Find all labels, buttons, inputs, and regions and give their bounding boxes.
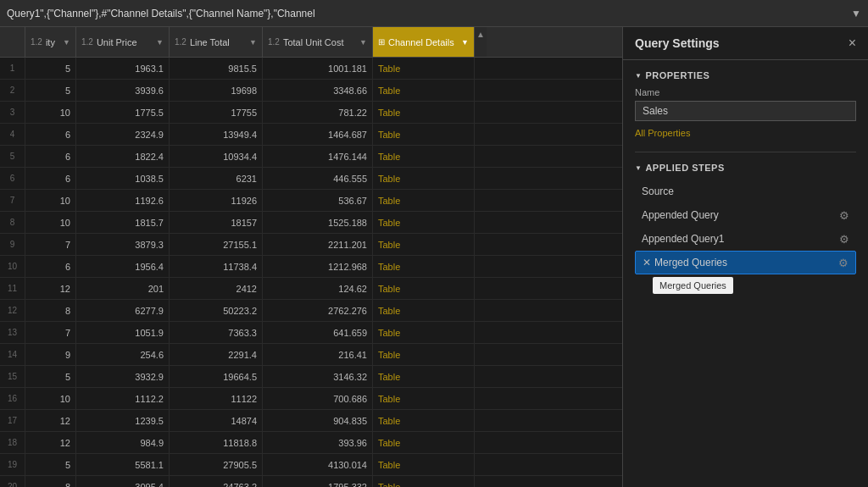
step-item-appended-query1[interactable]: Appended Query1⚙ xyxy=(635,227,856,251)
table-cell: 7 xyxy=(25,234,76,255)
table-cell[interactable]: Table xyxy=(373,58,475,79)
table-cell[interactable]: Table xyxy=(373,168,475,189)
step-remove-icon[interactable]: ✕ xyxy=(643,257,651,268)
table-cell: 11122 xyxy=(170,388,263,409)
dropdown-arrow-up[interactable]: ▼ xyxy=(156,38,164,47)
table-cell[interactable]: Table xyxy=(373,102,475,123)
table-cell: 15 xyxy=(0,366,25,387)
table-cell: 2291.4 xyxy=(170,344,263,365)
table-cell[interactable]: Table xyxy=(373,212,475,233)
table-cell[interactable]: Table xyxy=(373,432,475,453)
table-cell[interactable]: Table xyxy=(373,300,475,321)
table-row: 2083095.424763.21795.332Table xyxy=(0,476,622,487)
table-cell[interactable]: Table xyxy=(373,476,475,487)
table-cell: 8 xyxy=(25,300,76,321)
col-header-tuc[interactable]: 1.2 Total Unit Cost ▼ xyxy=(263,27,373,57)
table-cell: 641.659 xyxy=(263,322,373,343)
table-row: 1371051.97363.3641.659Table xyxy=(0,322,622,344)
table-cell[interactable]: Table xyxy=(373,388,475,409)
table-cell: 2412 xyxy=(170,278,263,299)
dropdown-arrow-cd[interactable]: ▼ xyxy=(461,38,469,47)
table-cell: 781.22 xyxy=(263,102,373,123)
table-cell[interactable]: Table xyxy=(373,146,475,167)
table-cell: 2211.201 xyxy=(263,234,373,255)
step-item-appended-query[interactable]: Appended Query⚙ xyxy=(635,203,856,227)
table-row: 151963.19815.51001.181Table xyxy=(0,58,622,80)
table-cell: 5 xyxy=(0,146,25,167)
table-row: 7101192.611926536.67Table xyxy=(0,190,622,212)
properties-label: PROPERTIES xyxy=(645,70,709,80)
table-cell: 12 xyxy=(0,300,25,321)
table-row: 561822.410934.41476.144Table xyxy=(0,146,622,168)
table-cell: 9815.5 xyxy=(170,58,263,79)
table-cell: 8 xyxy=(25,476,76,487)
query-settings-title: Query Settings xyxy=(635,36,720,50)
step-item-merged-queries[interactable]: ✕Merged Queries⚙Merged Queries xyxy=(635,251,856,274)
step-gear-icon[interactable]: ⚙ xyxy=(839,233,849,246)
table-cell: 12 xyxy=(25,278,76,299)
step-item-source[interactable]: Source xyxy=(635,180,856,203)
table-cell: 6231 xyxy=(170,168,263,189)
table-row: 8101815.7181571525.188Table xyxy=(0,212,622,234)
table-cell: 1051.9 xyxy=(76,322,170,343)
table-cell: 700.686 xyxy=(263,388,373,409)
table-cell[interactable]: Table xyxy=(373,322,475,343)
table-cell: 7 xyxy=(0,190,25,211)
table-row: 1286277.950223.22762.276Table xyxy=(0,300,622,322)
table-cell: 1775.5 xyxy=(76,102,170,123)
step-name: Source xyxy=(642,185,849,197)
col-header-up[interactable]: 1.2 Unit Price ▼ xyxy=(76,27,170,57)
formula-bar: Query1",{"Channel"},#"Channel Details",{… xyxy=(0,0,868,27)
step-gear-icon[interactable]: ⚙ xyxy=(839,209,849,222)
table-cell: 984.9 xyxy=(76,432,170,453)
table-cell: 5 xyxy=(25,58,76,79)
table-cell: 24763.2 xyxy=(170,476,263,487)
table-row: 16101112.211122700.686Table xyxy=(0,388,622,410)
table-cell: 14874 xyxy=(170,410,263,431)
table-cell: 201 xyxy=(76,278,170,299)
table-cell: 19698 xyxy=(170,80,263,101)
dropdown-arrow-lt[interactable]: ▼ xyxy=(249,38,257,47)
table-cell[interactable]: Table xyxy=(373,256,475,277)
dropdown-arrow-qty[interactable]: ▼ xyxy=(63,38,70,47)
table-cell: 2762.276 xyxy=(263,300,373,321)
name-input[interactable] xyxy=(635,101,856,121)
table-cell[interactable]: Table xyxy=(373,366,475,387)
col-header-cd[interactable]: ⊞ Channel Details ▼ xyxy=(373,27,475,57)
table-row: 1061956.411738.41212.968Table xyxy=(0,256,622,278)
table-cell[interactable]: Table xyxy=(373,234,475,255)
table-cell: 6 xyxy=(25,256,76,277)
table-cell: 10 xyxy=(0,256,25,277)
table-cell[interactable]: Table xyxy=(373,344,475,365)
table-cell: 16 xyxy=(0,388,25,409)
table-cell: 11926 xyxy=(170,190,263,211)
table-cell[interactable]: Table xyxy=(373,190,475,211)
query-settings-close[interactable]: × xyxy=(849,36,856,51)
table-cell: 7363.3 xyxy=(170,322,263,343)
section-divider xyxy=(635,152,856,152)
table-row: 973879.327155.12211.201Table xyxy=(0,234,622,256)
table-cell: 4130.014 xyxy=(263,454,373,475)
col-label-tuc: Total Unit Cost xyxy=(283,37,344,47)
col-header-lt[interactable]: 1.2 Line Total ▼ xyxy=(170,27,263,57)
table-cell[interactable]: Table xyxy=(373,124,475,145)
table-cell: 2324.9 xyxy=(76,124,170,145)
dropdown-arrow-tuc[interactable]: ▼ xyxy=(359,38,367,47)
table-cell[interactable]: Table xyxy=(373,278,475,299)
table-cell[interactable]: Table xyxy=(373,454,475,475)
scroll-up-arrow[interactable]: ▲ xyxy=(476,29,485,41)
table-cell: 6277.9 xyxy=(76,300,170,321)
table-cell: 17 xyxy=(0,410,25,431)
table-cell: 1525.188 xyxy=(263,212,373,233)
applied-steps-triangle: ▼ xyxy=(635,164,642,172)
step-gear-icon[interactable]: ⚙ xyxy=(838,257,849,269)
table-cell: 3095.4 xyxy=(76,476,170,487)
table-cell[interactable]: Table xyxy=(373,410,475,431)
formula-chevron[interactable]: ▼ xyxy=(851,8,861,19)
table-cell[interactable]: Table xyxy=(373,80,475,101)
all-properties-link[interactable]: All Properties xyxy=(635,128,856,138)
step-tooltip: Merged Queries xyxy=(653,277,733,294)
col-header-qty[interactable]: 1.2 ity ▼ xyxy=(25,27,76,57)
table-cell: 536.67 xyxy=(263,190,373,211)
table-cell: 1 xyxy=(0,58,25,79)
